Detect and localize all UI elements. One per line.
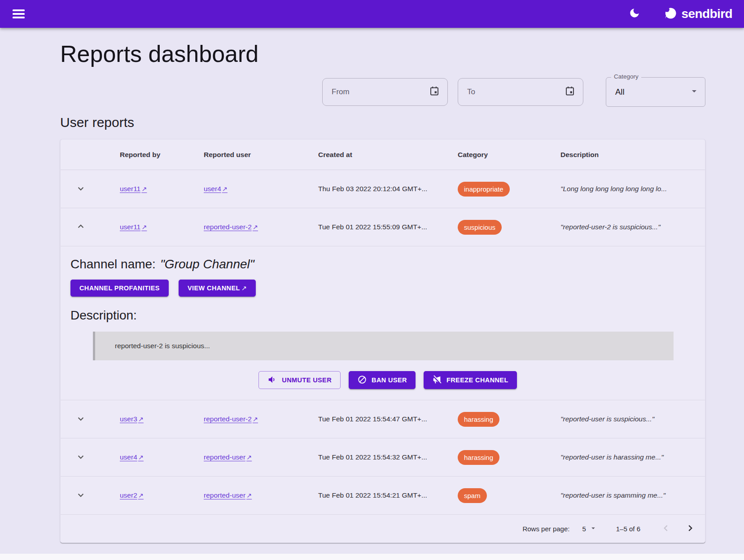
from-date-input[interactable]: From: [322, 78, 448, 106]
chevron-down-icon: [75, 413, 87, 426]
reported-by-link[interactable]: user11↗: [120, 185, 147, 192]
view-channel-button[interactable]: VIEW CHANNEL↗: [179, 280, 256, 297]
column-header-description: Description: [542, 151, 705, 159]
megaphone-off-icon: [432, 375, 442, 386]
expand-row-button[interactable]: [73, 449, 88, 466]
table-row: user4↗ reported-user↗ Tue Feb 01 2022 15…: [61, 438, 705, 477]
table-header-row: Reported by Reported user Created at Cat…: [61, 140, 705, 170]
created-at-text: Tue Feb 01 2022 15:55:09 GMT+...: [318, 223, 427, 231]
category-select-value: All: [615, 87, 625, 97]
description-text: "reported-user is spamming me...": [560, 491, 665, 499]
external-link-icon: ↗: [241, 284, 247, 292]
created-at-text: Tue Feb 01 2022 15:54:47 GMT+...: [318, 415, 427, 423]
to-placeholder: To: [467, 88, 475, 96]
table-row: user11↗ user4↗ Thu Feb 03 2022 20:12:04 …: [61, 170, 705, 208]
report-detail-panel: Channel name:"Group Channel" CHANNEL PRO…: [61, 246, 705, 400]
chevron-up-icon: [75, 221, 87, 234]
reported-user-link[interactable]: reported-user-2↗: [204, 415, 258, 423]
external-link-icon: ↗: [246, 492, 252, 499]
external-link-icon: ↗: [253, 223, 258, 231]
created-at-text: Tue Feb 01 2022 15:54:32 GMT+...: [318, 453, 427, 461]
brand-name: sendbird: [682, 7, 732, 21]
filters-row: From To Category All: [0, 75, 705, 109]
dropdown-arrow-icon: [589, 524, 597, 534]
chevron-down-icon: [75, 451, 87, 464]
previous-page-button[interactable]: [657, 520, 674, 538]
reported-user-link[interactable]: user4↗: [204, 185, 228, 192]
channel-name-line: Channel name:"Group Channel": [70, 257, 705, 271]
channel-name-value: "Group Channel": [160, 257, 254, 271]
table-pagination: Rows per page: 5 1–5 of 6: [61, 515, 705, 542]
chevron-down-icon: [75, 183, 87, 196]
reported-user-link[interactable]: reported-user↗: [204, 491, 252, 499]
calendar-icon[interactable]: [565, 86, 575, 98]
external-link-icon: ↗: [138, 416, 144, 423]
category-badge: harassing: [458, 450, 499, 465]
description-quote: reported-user-2 is suspicious...: [93, 332, 674, 360]
description-label: Description:: [70, 308, 705, 323]
main-content: Reports dashboard From To: [0, 40, 744, 543]
unmute-user-button[interactable]: UNMUTE USER: [258, 371, 341, 389]
chevron-left-icon: [660, 522, 672, 535]
ban-user-button[interactable]: BAN USER: [349, 371, 416, 389]
external-link-icon: ↗: [138, 492, 144, 499]
column-header-reported-by: Reported by: [101, 151, 185, 159]
appbar: sendbird: [0, 0, 744, 28]
sendbird-logo-icon: [664, 6, 678, 22]
table-row: user2↗ reported-user↗ Tue Feb 01 2022 15…: [61, 477, 705, 515]
brand-logo: sendbird: [664, 6, 732, 22]
description-text: "reported-user is harassing me...": [560, 453, 664, 461]
expand-row-button[interactable]: [73, 411, 88, 428]
reported-by-link[interactable]: user11↗: [120, 223, 147, 231]
from-placeholder: From: [332, 88, 350, 96]
freeze-channel-button[interactable]: FREEZE CHANNEL: [424, 371, 517, 389]
description-text: "reported-user is suspicious...": [560, 415, 654, 423]
dropdown-arrow-icon: [689, 86, 700, 98]
reported-by-link[interactable]: user3↗: [120, 415, 144, 423]
category-badge: inappropriate: [458, 182, 510, 197]
column-header-category: Category: [439, 151, 542, 159]
category-select[interactable]: Category All: [606, 77, 705, 107]
calendar-icon[interactable]: [429, 86, 440, 98]
channel-profanities-button[interactable]: CHANNEL PROFANITIES: [70, 280, 169, 297]
external-link-icon: ↗: [141, 185, 147, 192]
category-badge: harassing: [458, 412, 499, 427]
column-header-created-at: Created at: [299, 151, 439, 159]
table-row-expanded: user11↗ reported-user-2↗ Tue Feb 01 2022…: [61, 208, 705, 246]
rows-per-page-label: Rows per page:: [522, 525, 569, 533]
page-bottom-strip: [0, 554, 744, 560]
expand-row-button[interactable]: [73, 181, 88, 197]
to-date-input[interactable]: To: [458, 78, 583, 106]
chevron-right-icon: [684, 522, 696, 535]
collapse-row-button[interactable]: [73, 219, 88, 236]
chevron-down-icon: [75, 489, 87, 502]
dark-mode-toggle[interactable]: [629, 7, 640, 21]
menu-icon[interactable]: [13, 9, 25, 18]
rows-per-page-select[interactable]: 5: [582, 524, 597, 534]
external-link-icon: ↗: [138, 454, 144, 461]
created-at-text: Thu Feb 03 2022 20:12:04 GMT+...: [318, 185, 427, 192]
moderation-actions: UNMUTE USER BAN USER: [70, 371, 705, 389]
page-title: Reports dashboard: [60, 40, 744, 67]
category-badge: spam: [458, 488, 487, 503]
external-link-icon: ↗: [246, 454, 252, 461]
created-at-text: Tue Feb 01 2022 15:54:21 GMT+...: [318, 491, 427, 499]
description-text: "reported-user-2 is suspicious...": [560, 223, 661, 231]
reported-user-link[interactable]: reported-user-2↗: [204, 223, 258, 231]
external-link-icon: ↗: [141, 223, 147, 231]
table-row: user3↗ reported-user-2↗ Tue Feb 01 2022 …: [61, 400, 705, 438]
next-page-button[interactable]: [682, 520, 699, 538]
expand-row-button[interactable]: [73, 487, 88, 504]
description-text: "Long long long long long long lo...: [560, 185, 667, 192]
volume-up-icon: [267, 375, 277, 386]
reported-by-link[interactable]: user2↗: [120, 491, 144, 499]
pagination-range: 1–5 of 6: [616, 525, 640, 533]
category-badge: suspicious: [458, 220, 502, 235]
user-reports-table: Reported by Reported user Created at Cat…: [60, 139, 705, 543]
reported-by-link[interactable]: user4↗: [120, 453, 144, 461]
external-link-icon: ↗: [253, 416, 258, 423]
moon-icon: [629, 7, 640, 21]
block-icon: [357, 375, 367, 386]
channel-name-label: Channel name:: [70, 257, 156, 271]
reported-user-link[interactable]: reported-user↗: [204, 453, 252, 461]
